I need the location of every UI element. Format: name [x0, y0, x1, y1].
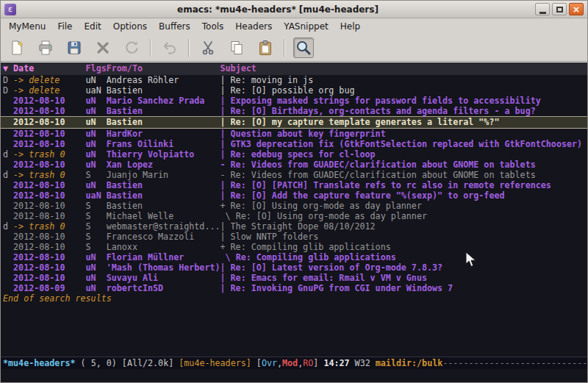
modeline-segment-plain: [All/2.0k]: [122, 358, 179, 368]
thread-indicator: -: [220, 170, 231, 180]
date-or-mark: 2012-08-10: [13, 117, 86, 128]
message-from: Bastien: [107, 117, 220, 128]
message-row[interactable]: 2012-08-10 S Bastien + Re: [O] Using org…: [1, 201, 587, 211]
sort-direction-icon[interactable]: ▼: [3, 62, 13, 75]
date-or-mark: 2012-08-10: [13, 160, 86, 170]
column-header-flags[interactable]: Flgs: [86, 62, 107, 75]
mark-char: [3, 232, 13, 242]
message-row[interactable]: d -> trash 0 S Juanjo Marin - Re: Videos…: [1, 170, 587, 180]
paste-icon: [257, 39, 274, 57]
message-row[interactable]: d -> trash 0 uN Thierry Volpiatto | Re: …: [1, 149, 587, 160]
minimize-button[interactable]: [535, 3, 550, 15]
message-subject: Re: [O] Using org-mode as day planner: [231, 201, 587, 211]
thread-indicator: |: [220, 273, 231, 283]
search-button[interactable]: [293, 37, 314, 58]
message-flags: uN: [86, 283, 107, 293]
message-row[interactable]: D -> delete uN Andreas Röhler | Re: movi…: [1, 75, 587, 85]
message-row[interactable]: 2012-08-10 uN 'Mash (Thomas Herbert) | R…: [1, 262, 587, 273]
menu-file[interactable]: File: [51, 19, 78, 34]
column-header-from[interactable]: From/To: [107, 62, 220, 75]
headers-buffer[interactable]: ▼ Date Flgs From/To Subject D -> delete …: [1, 62, 587, 357]
thread-indicator: |: [220, 129, 231, 139]
undo-button[interactable]: [159, 37, 180, 58]
message-row[interactable]: d -> trash 0 S webmaster@straightd... | …: [1, 221, 587, 232]
menu-headers[interactable]: Headers: [229, 19, 278, 34]
message-row[interactable]: 2012-08-10 uN Bastien | Re: [O] Birthday…: [1, 106, 587, 116]
modeline-segment-plain: W32: [355, 358, 376, 368]
thread-indicator: |: [220, 139, 231, 149]
print-button[interactable]: [35, 37, 56, 58]
window-controls: ×: [535, 3, 584, 15]
mode-line[interactable]: *mu4e-headers* ( 5, 0) [All/2.0k] [mu4e-…: [1, 357, 587, 369]
modeline-segment-plain: ,: [277, 358, 282, 368]
end-of-results: End of search results: [1, 293, 587, 304]
menu-edit[interactable]: Edit: [79, 19, 107, 34]
mark-char: [3, 96, 13, 106]
menu-mymenu[interactable]: MyMenu: [3, 19, 51, 34]
message-flags: S: [86, 232, 107, 242]
modeline-segment-maildir: maildir:/bulk: [376, 358, 442, 368]
thread-indicator: |: [220, 75, 231, 85]
message-subject: Re: Compiling glib applications: [236, 252, 587, 262]
copy-button[interactable]: [226, 37, 247, 58]
message-row[interactable]: 2012-08-10 uN Suvayu Ali | Re: Emacs for…: [1, 273, 587, 283]
message-subject: Re: [O] my capture template generates a …: [231, 117, 587, 128]
maximize-button[interactable]: [552, 3, 567, 15]
refresh-button[interactable]: [121, 37, 142, 58]
message-row[interactable]: 2012-08-10 uN Bastien | Re: [O] my captu…: [1, 116, 587, 129]
message-row[interactable]: 2012-08-10 S Michael Welle \ Re: [O] Usi…: [1, 211, 587, 221]
message-row[interactable]: 2012-08-10 uN Florian Müllner \ Re: Comp…: [1, 252, 587, 262]
save-button[interactable]: [64, 37, 85, 58]
message-flags: uaN: [86, 85, 107, 96]
date-or-mark: 2012-08-10: [13, 139, 86, 149]
message-flags: uN: [86, 262, 107, 273]
column-header-subject[interactable]: Subject: [220, 62, 588, 75]
date-or-mark: -> trash 0: [13, 221, 86, 232]
message-row[interactable]: 2012-08-10 uN Bastien | Re: [O] [PATCH] …: [1, 180, 587, 190]
menu-options[interactable]: Options: [107, 19, 153, 34]
message-from: Francesco Mazzoli: [107, 232, 220, 242]
window-title: emacs: *mu4e-headers* [mu4e-headers]: [21, 4, 535, 15]
close-buffer-button[interactable]: [93, 37, 113, 58]
menu-bar: MyMenuFileEditOptionsBuffersToolsHeaders…: [1, 18, 587, 35]
column-header-date[interactable]: Date: [13, 62, 86, 75]
menu-yasnippet[interactable]: YASnippet: [278, 19, 334, 34]
message-row[interactable]: D -> delete uaN Bastien | Re: [O] possib…: [1, 85, 587, 96]
modeline-segment-ro: RO: [303, 358, 313, 368]
thread-indicator: +: [220, 242, 231, 252]
message-flags: uN: [86, 117, 107, 128]
message-row[interactable]: 2012-08-10 uN Frans Oilinki | GTK3 depre…: [1, 139, 587, 149]
message-row[interactable]: 2012-08-10 uN Xan Lopez - Re: Videos fro…: [1, 160, 587, 170]
menu-tools[interactable]: Tools: [196, 19, 230, 34]
cut-button[interactable]: [198, 37, 218, 58]
mark-char: D: [3, 75, 13, 85]
modeline-segment-plain: [: [257, 358, 262, 368]
echo-area[interactable]: [1, 369, 587, 382]
thread-indicator: |: [220, 106, 231, 116]
message-subject: Re: Emacs for email: Rmail v VM v Gnus: [231, 273, 587, 283]
message-from: Thierry Volpiatto: [107, 149, 220, 160]
message-from: Bastien: [107, 201, 220, 211]
new-file-button[interactable]: [7, 37, 27, 58]
date-or-mark: -> trash 0: [13, 170, 86, 180]
message-subject: The Straight Dope 08/10/2012: [231, 221, 587, 232]
message-row[interactable]: 2012-08-10 uaN Bastien | Re: [O] Add the…: [1, 190, 587, 201]
menu-help[interactable]: Help: [334, 19, 366, 34]
message-row[interactable]: 2012-08-09 uN robertcInSD | Re: Invoking…: [1, 283, 587, 293]
message-row[interactable]: 2012-08-10 uN HardKor | Question about k…: [1, 129, 587, 139]
menu-buffers[interactable]: Buffers: [153, 19, 196, 34]
toolbar-separator: [150, 39, 151, 57]
title-bar[interactable]: ε emacs: *mu4e-headers* [mu4e-headers] ×: [1, 1, 587, 18]
message-row[interactable]: 2012-08-10 S Francesco Mazzoli | Slow NN…: [1, 232, 587, 242]
message-list: D -> delete uN Andreas Röhler | Re: movi…: [1, 75, 587, 293]
modeline-segment-mod: Mod: [282, 358, 298, 368]
date-or-mark: 2012-08-09: [13, 283, 86, 293]
message-row[interactable]: 2012-08-10 uN Mario Sanchez Prada | Expo…: [1, 96, 587, 106]
date-or-mark: 2012-08-10: [13, 232, 86, 242]
close-button[interactable]: ×: [569, 3, 584, 15]
message-from: Lanoxx: [107, 242, 220, 252]
date-or-mark: -> trash 0: [13, 149, 86, 160]
message-row[interactable]: 2012-08-10 S Lanoxx + Re: Compiling glib…: [1, 242, 587, 252]
paste-button[interactable]: [255, 37, 276, 58]
modeline-segment-dashes: ----------------------------------------…: [442, 358, 587, 368]
